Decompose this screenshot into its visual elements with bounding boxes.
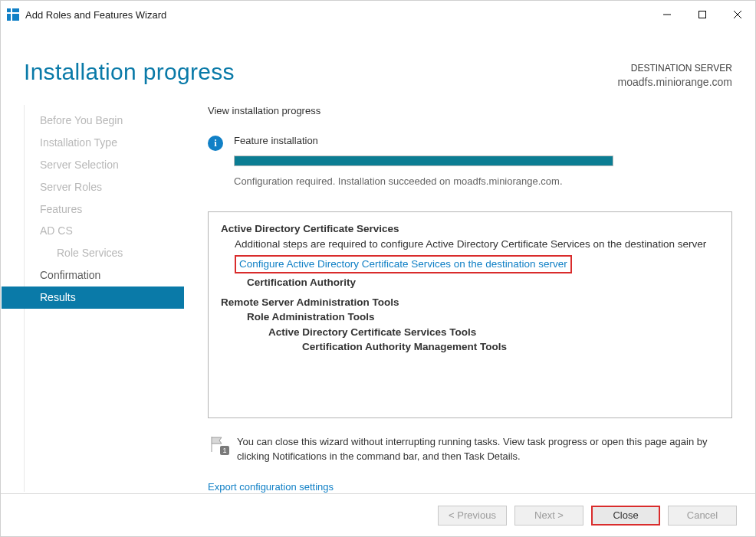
results-rsat: Remote Server Administration Tools xyxy=(221,295,719,310)
sidebar-item-server-selection: Server Selection xyxy=(25,154,184,176)
results-ca: Certification Authority xyxy=(221,275,719,290)
minimize-button[interactable] xyxy=(649,1,685,28)
flag-badge: 1 xyxy=(220,446,229,455)
wizard-sidebar: Before You Begin Installation Type Serve… xyxy=(24,105,185,492)
titlebar: Add Roles and Features Wizard xyxy=(1,1,755,28)
content-area: View installation progress i Feature ins… xyxy=(185,105,732,492)
sidebar-item-before-you-begin: Before You Begin xyxy=(25,110,184,132)
note-text: You can close this wizard without interr… xyxy=(237,435,732,464)
results-rat: Role Administration Tools xyxy=(221,309,719,325)
results-box: Active Directory Certificate Services Ad… xyxy=(208,211,732,418)
destination-server-block: DESTINATION SERVER moadfs.miniorange.com xyxy=(618,62,732,90)
results-adcst: Active Directory Certificate Services To… xyxy=(221,325,719,340)
previous-button: < Previous xyxy=(438,506,507,526)
status-text: Configuration required. Installation suc… xyxy=(234,175,732,187)
window-controls xyxy=(649,1,755,28)
close-button[interactable]: Close xyxy=(591,506,660,526)
info-icon: i xyxy=(208,136,223,151)
sidebar-item-installation-type: Installation Type xyxy=(25,132,184,154)
results-role-title: Active Directory Certificate Services xyxy=(221,221,719,237)
cancel-button: Cancel xyxy=(668,506,737,526)
sidebar-item-results[interactable]: Results xyxy=(2,287,184,309)
results-camt: Certification Authority Management Tools xyxy=(221,339,719,355)
sidebar-item-features: Features xyxy=(25,198,184,221)
destination-server-label: DESTINATION SERVER xyxy=(618,62,732,75)
sidebar-item-confirmation[interactable]: Confirmation xyxy=(25,264,184,287)
progress-bar xyxy=(234,156,613,166)
window-title: Add Roles and Features Wizard xyxy=(25,9,166,21)
sidebar-item-ad-cs: AD CS xyxy=(25,220,184,242)
page-title: Installation progress xyxy=(24,59,618,85)
app-icon xyxy=(7,8,19,21)
destination-server-name: moadfs.miniorange.com xyxy=(618,75,732,90)
note-row: 1 You can close this wizard without inte… xyxy=(208,435,732,464)
results-role-desc: Additional steps are required to configu… xyxy=(221,237,719,252)
configure-adcs-link[interactable]: Configure Active Directory Certificate S… xyxy=(235,255,572,274)
close-window-button[interactable] xyxy=(720,1,755,28)
maximize-button[interactable] xyxy=(685,1,720,28)
wizard-footer: < Previous Next > Close Cancel xyxy=(1,493,755,536)
next-button: Next > xyxy=(514,506,583,526)
sidebar-item-role-services: Role Services xyxy=(25,242,184,264)
export-config-link[interactable]: Export configuration settings xyxy=(208,481,334,493)
feature-install-label: Feature installation xyxy=(234,135,732,146)
svg-rect-1 xyxy=(699,11,706,18)
content-heading: View installation progress xyxy=(208,105,732,116)
header: Installation progress DESTINATION SERVER… xyxy=(1,28,755,105)
sidebar-item-server-roles: Server Roles xyxy=(25,176,184,198)
flag-icon: 1 xyxy=(208,435,226,454)
